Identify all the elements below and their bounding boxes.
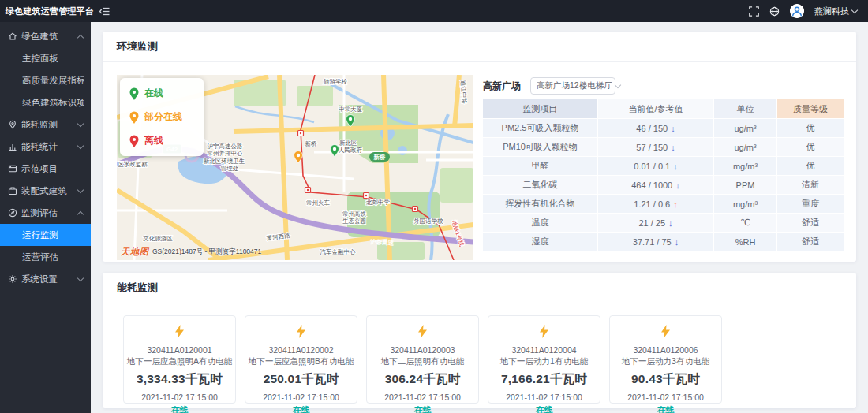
device-time: 2021-11-02 17:15:00 [245,393,357,402]
table-cell-unit: %RH [714,233,776,251]
table-cell-unit: ug/m³ [714,138,776,156]
chevron-down-icon [77,121,84,127]
site-select[interactable]: 高新广场12楼电梯厅 [530,77,615,95]
legend-item-partial[interactable]: 部分在线 [129,110,194,124]
legend-item-online[interactable]: 在线 [129,87,194,100]
sidebar-item-run-monitor[interactable]: 运行监测 [0,224,91,246]
bar-chart-icon [8,142,17,151]
company-menu[interactable]: 燕澜科技 [814,6,857,17]
device-name: 地下一层动力3有功电能 [610,356,721,367]
site-label: 高新广场 [483,80,521,93]
pin-red-icon [129,135,139,147]
sidebar-item-green-building[interactable]: 绿色建筑 [0,25,91,47]
lightning-icon [174,325,185,341]
energy-card[interactable]: 320411A0120003 地下二层照明有功电能 306.24千瓦时 2021… [366,315,479,404]
device-id: 320411A0120004 [488,345,600,355]
map-label-expressway: 沪蓉高速 [369,238,395,247]
table-cell-item: 挥发性有机化合物 [483,195,597,213]
svg-text:中常大厦: 中常大厦 [339,106,363,113]
svg-text:常州养排中心: 常州养排中心 [208,150,244,157]
svg-text:管理处: 管理处 [221,165,239,172]
svg-text:北郊中学: 北郊中学 [366,199,391,206]
svg-text:旅游学校: 旅游学校 [324,78,348,85]
lightning-icon [296,325,306,341]
device-value: 90.43千瓦时 [610,371,721,388]
fullscreen-icon[interactable] [749,6,759,17]
top-bar: 绿色建筑运营管理平台 燕澜科技 [0,0,868,22]
home-icon [8,32,17,41]
globe-icon[interactable] [769,6,780,17]
trend-arrow-icon: ↓ [671,124,675,133]
pin-green-icon [129,87,139,100]
table-header: 当前值/参考值 [598,99,713,118]
table-cell-value: 46 / 150↓ [598,119,713,137]
topbar-actions: 燕澜科技 [749,4,868,18]
user-avatar[interactable] [790,4,804,18]
sidebar-item-demo-projects[interactable]: 示范项目 [0,158,91,180]
svg-text:新北区: 新北区 [339,140,357,147]
svg-text:文化旅游区: 文化旅游区 [143,235,173,242]
device-value: 306.24千瓦时 [367,371,478,388]
legend-item-offline[interactable]: 离线 [129,134,194,147]
table-cell-unit: mg/m³ [714,195,776,213]
sidebar-item-operation-eval[interactable]: 运营评估 [0,246,91,268]
svg-text:生态公园: 生态公园 [342,218,366,225]
lightning-icon [660,325,671,341]
svg-text:区水政监察: 区水政监察 [118,161,148,168]
sidebar-item-label-projects[interactable]: 绿色建筑标识项目 [0,91,91,113]
compass-icon [8,208,17,218]
chevron-down-icon [77,143,84,149]
sidebar: 绿色建筑 主控面板 高质量发展指标 绿色建筑标识项目 能耗监测 能耗统计 示范项… [0,22,91,413]
device-value: 3,334.33千瓦时 [124,371,235,388]
chevron-down-icon [77,275,84,281]
sidebar-item-energy-monitor[interactable]: 能耗监测 [0,113,91,136]
table-cell-item: 二氧化碳 [483,176,597,194]
table-header: 质量等级 [777,99,844,118]
device-time: 2021-11-02 17:15:00 [610,393,721,402]
table-cell-unit: ℃ [714,214,776,232]
sidebar-item-prefab-building[interactable]: 装配式建筑 [0,180,91,202]
energy-card[interactable]: 320411A0120004 地下一层动力1有功电能 7,166.21千瓦时 2… [488,315,600,404]
device-time: 2021-11-02 17:15:00 [367,393,478,402]
table-cell-unit: PPM [714,176,776,194]
table-cell-item: PM10可吸入颗粒物 [483,138,597,156]
table-cell-grade: 清新 [777,176,844,194]
trend-arrow-icon: ↓ [675,237,679,247]
sidebar-item-quality-index[interactable]: 高质量发展指标 [0,69,91,91]
energy-card[interactable]: 320411A0120006 地下一层动力3有功电能 90.43千瓦时 2021… [609,315,722,404]
energy-card[interactable]: 320411A0120002 地下一层应急照明B有功电能 250.01千瓦时 2… [245,315,357,404]
table-cell-unit: mg/m³ [714,157,776,175]
device-time: 2021-11-02 17:15:00 [488,393,600,402]
sidebar-item-dashboard[interactable]: 主控面板 [0,47,91,69]
project-icon [8,164,17,173]
device-name: 地下二层照明有功电能 [367,356,478,367]
table-cell-grade: 舒适 [777,214,844,232]
status-badge: 在线 [610,404,721,413]
table-cell-value: 0.01 / 0.1↓ [598,157,713,175]
map-canvas[interactable]: 沪蓉高速 [117,75,473,260]
svg-text:沪宁高速公路: 沪宁高速公路 [208,143,243,150]
sidebar-item-monitor-eval[interactable]: 监测评估 [0,202,91,224]
sidebar-item-energy-stats[interactable]: 能耗统计 [0,136,91,158]
svg-text:常州高铁: 常州高铁 [342,210,367,218]
location-pin-icon [8,120,17,129]
lightning-icon [417,325,428,341]
sidebar-item-settings[interactable]: 系统设置 [0,268,91,290]
table-cell-item: 温度 [483,214,597,232]
energy-card[interactable]: 320411A0120001 地下一层应急照明A有功电能 3,334.33千瓦时… [123,315,236,404]
table-cell-value: 57 / 150↓ [598,138,713,156]
app-title: 绿色建筑运营管理平台 [0,6,94,17]
menu-fold-icon[interactable] [94,0,114,22]
device-id: 320411A0120006 [610,345,721,355]
status-badge: 在线 [488,404,600,413]
env-panel-title: 环境监测 [103,32,856,62]
trend-arrow-icon: ↓ [673,162,678,171]
table-cell-grade: 优 [777,157,844,175]
table-cell-grade: 重度 [777,195,844,213]
trend-arrow-icon: ↑ [673,199,678,209]
svg-text:汽车金融中心: 汽车金融中心 [320,248,357,255]
device-id: 320411A0120003 [367,345,478,355]
table-cell-item: 甲醛 [483,157,597,175]
device-id: 320411A0120002 [245,345,357,355]
device-value: 7,166.21千瓦时 [488,371,600,388]
